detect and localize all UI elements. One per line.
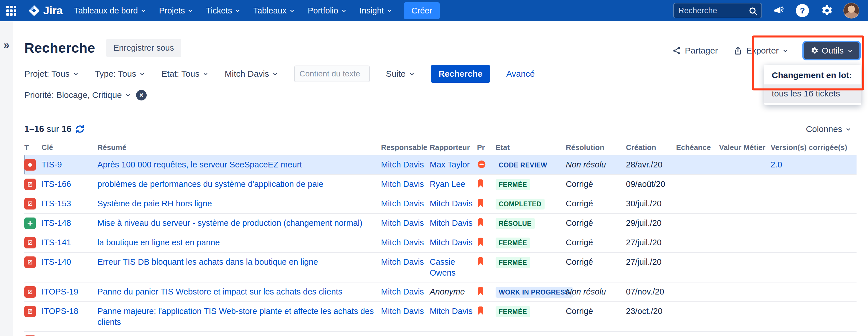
refresh-icon[interactable]: [75, 124, 85, 134]
assignee-link[interactable]: Mitch Davis: [381, 306, 424, 316]
issues-table: TCléRésuméResponsableRapporteurPrEtatRés…: [24, 143, 857, 336]
table-row[interactable]: ITS-166problèmes de performances du syst…: [24, 175, 857, 194]
nav-menu-item[interactable]: Tableaux: [253, 6, 295, 15]
nav-menu-item[interactable]: Portfolio: [308, 6, 347, 15]
results-total: 16: [62, 124, 71, 134]
nav-menu-item[interactable]: Insight: [360, 6, 393, 15]
reporter-link[interactable]: Mitch Davis: [430, 199, 473, 208]
column-header[interactable]: Résolution: [566, 143, 626, 152]
issue-summary-link[interactable]: Panne majeure: l'application TIS Web-sto…: [97, 306, 374, 327]
issue-summary-link[interactable]: Panne du panier TIS Webstore et impact s…: [97, 287, 342, 296]
table-row[interactable]: TIS-9Après 100 000 requêtes, le serveur …: [24, 156, 857, 175]
priority-cell: [477, 253, 496, 282]
column-header[interactable]: Version(s) corrigée(s): [771, 143, 857, 152]
table-row[interactable]: ITS-141la boutique en ligne est en panne…: [24, 233, 857, 253]
table-row[interactable]: ITOPS-19Panne du panier TIS Webstore et …: [24, 282, 857, 302]
reporter-cell: Cassie Owens: [430, 253, 477, 282]
assignee-link[interactable]: Mitch Davis: [381, 238, 424, 247]
column-header[interactable]: Etat: [496, 143, 566, 152]
priority-cell: [477, 302, 496, 331]
reporter-link[interactable]: Ryan Lee: [430, 179, 465, 189]
issue-summary-link[interactable]: Après 100 000 requêtes, le serveur SeeSp…: [97, 160, 302, 169]
nav-menu-item[interactable]: Projets: [159, 6, 193, 15]
column-header[interactable]: Résumé: [97, 143, 381, 152]
assignee-link[interactable]: Mitch Davis: [381, 199, 424, 208]
fix-version-link[interactable]: 2.0: [771, 160, 782, 169]
share-button[interactable]: Partager: [672, 46, 718, 56]
column-header[interactable]: Echéance: [676, 143, 719, 152]
assignee-link[interactable]: Mitch Davis: [381, 287, 424, 296]
reporter-link[interactable]: Mitch Davis: [430, 219, 473, 228]
reporter-link[interactable]: Mitch Davis: [430, 238, 473, 247]
create-button[interactable]: Créer: [404, 2, 440, 19]
bulk-change-all-item[interactable]: tous les 16 tickets: [764, 85, 861, 103]
filter-project-dropdown[interactable]: Projet: Tous: [24, 69, 79, 79]
filter-priority-dropdown[interactable]: Priorité: Blocage, Critique: [24, 90, 131, 100]
text-search-input[interactable]: [294, 66, 370, 82]
column-header[interactable]: Responsable: [381, 143, 430, 152]
global-search-input[interactable]: [678, 6, 746, 15]
assignee-link[interactable]: Mitch Davis: [381, 219, 424, 228]
issue-summary-link[interactable]: problèmes de performances du système d'a…: [97, 179, 323, 189]
issue-key-link[interactable]: ITOPS-18: [41, 306, 78, 316]
created-cell: 23/oct./20: [626, 302, 676, 331]
user-avatar[interactable]: [843, 3, 859, 19]
summary-cell: Panne du panier TIS Webstore et impact s…: [97, 282, 381, 301]
settings-gear-icon[interactable]: [820, 4, 833, 17]
reporter-link[interactable]: Max Taylor: [430, 160, 470, 169]
column-header[interactable]: Pr: [477, 143, 496, 152]
filter-type-dropdown[interactable]: Type: Tous: [95, 69, 146, 79]
export-dropdown[interactable]: Exporter: [733, 46, 788, 56]
columns-dropdown[interactable]: Colonnes: [806, 124, 851, 134]
advanced-search-link[interactable]: Avancé: [506, 69, 535, 79]
column-header[interactable]: Rapporteur: [430, 143, 477, 152]
summary-cell: Après 100 000 requêtes, le serveur SeeSp…: [97, 156, 381, 174]
issue-key-link[interactable]: ITS-140: [41, 257, 71, 266]
assignee-link[interactable]: Mitch Davis: [381, 160, 424, 169]
table-row[interactable]: ITS-148Mise à niveau du serveur - systèm…: [24, 214, 857, 233]
save-as-button[interactable]: Enregistrer sous: [106, 39, 181, 57]
tools-button[interactable]: Outils: [804, 42, 859, 59]
table-row[interactable]: ITS-140Erreur TIS DB bloquant les achats…: [24, 253, 857, 282]
summary-cell: L'application TIS Web-store plante et af…: [97, 332, 381, 336]
filter-assignee-dropdown[interactable]: Mitch Davis: [225, 69, 278, 79]
feedback-megaphone-icon[interactable]: [773, 5, 785, 16]
created-cell: 27/juil./20: [626, 253, 676, 282]
app-switcher-icon[interactable]: [6, 6, 16, 16]
expand-sidebar-icon[interactable]: »: [0, 39, 13, 51]
column-header[interactable]: Valeur Métier: [719, 143, 771, 152]
issue-summary-link[interactable]: Système de paie RH hors ligne: [97, 199, 212, 208]
reporter-link[interactable]: Cassie Owens: [430, 257, 456, 277]
more-filters-dropdown[interactable]: Suite: [386, 69, 414, 79]
resolution-text: Corrigé: [566, 306, 593, 316]
table-row[interactable]: ITOPS-10L'application TIS Web-store plan…: [24, 332, 857, 336]
help-icon[interactable]: ?: [796, 4, 809, 17]
assignee-link[interactable]: Mitch Davis: [381, 257, 424, 266]
created-date: 27/juil./20: [626, 238, 661, 247]
issue-key-link[interactable]: ITS-141: [41, 238, 71, 247]
search-submit-button[interactable]: Recherche: [431, 65, 490, 83]
issue-summary-link[interactable]: Mise à niveau du serveur - système de pr…: [97, 219, 362, 228]
remove-priority-filter-icon[interactable]: ×: [136, 90, 147, 100]
business-value-cell: [719, 194, 771, 213]
issue-key-link[interactable]: ITOPS-19: [41, 287, 78, 296]
issue-key-link[interactable]: ITS-148: [41, 219, 71, 228]
assignee-link[interactable]: Mitch Davis: [381, 179, 424, 189]
nav-menu-item[interactable]: Tableaux de bord: [74, 6, 147, 15]
issue-key-link[interactable]: ITS-166: [41, 179, 71, 189]
column-header[interactable]: T: [24, 143, 41, 152]
table-row[interactable]: ITOPS-18Panne majeure: l'application TIS…: [24, 302, 857, 332]
jira-logo[interactable]: Jira: [28, 4, 63, 17]
issue-summary-link[interactable]: la boutique en ligne est en panne: [97, 238, 220, 247]
nav-menu-item-label: Insight: [360, 6, 384, 15]
issue-summary-link[interactable]: Erreur TIS DB bloquant les achats dans l…: [97, 257, 318, 266]
issue-key-link[interactable]: TIS-9: [41, 160, 62, 169]
reporter-link[interactable]: Mitch Davis: [430, 306, 473, 316]
filter-status-dropdown[interactable]: Etat: Tous: [161, 69, 209, 79]
table-row[interactable]: ITS-153Système de paie RH hors ligneMitc…: [24, 194, 857, 214]
column-header[interactable]: Création: [626, 143, 676, 152]
type-cell: [24, 233, 41, 252]
issue-key-link[interactable]: ITS-153: [41, 199, 71, 208]
column-header[interactable]: Clé: [41, 143, 97, 152]
nav-menu-item[interactable]: Tickets: [206, 6, 241, 15]
